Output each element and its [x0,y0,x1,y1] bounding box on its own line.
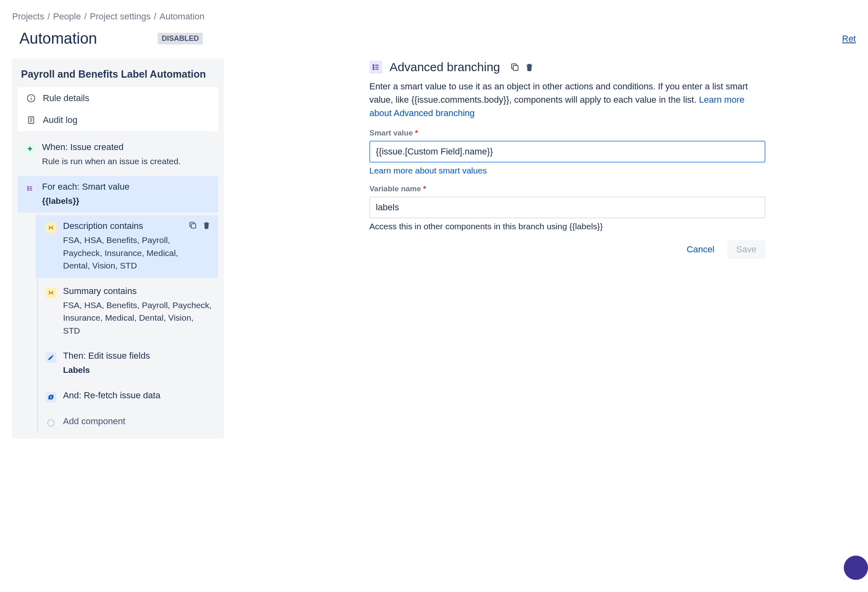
condition1-subtitle: FSA, HSA, Benefits, Payroll, Paycheck, I… [63,234,179,272]
svg-point-7 [27,186,28,187]
condition1-title: Description contains [63,221,179,231]
variable-name-label: Variable name * [369,184,765,193]
pencil-icon [46,352,56,363]
svg-point-14 [373,65,374,66]
save-button[interactable]: Save [727,240,765,259]
clipboard-icon [27,116,36,125]
rule-panel: Payroll and Benefits Label Automation Ru… [12,59,224,439]
condition-icon [46,288,56,298]
rule-details-label: Rule details [43,93,89,104]
action2-title: And: Re-fetch issue data [63,390,212,401]
breadcrumb: Projects / People / Project settings / A… [12,11,856,22]
svg-rect-13 [191,224,196,228]
detail-description: Enter a smart value to use it as an obje… [369,80,765,120]
variable-name-input[interactable] [369,197,765,218]
detail-title: Advanced branching [390,60,500,74]
smart-value-input[interactable] [369,141,765,163]
add-component-label: Add component [63,416,212,427]
rule-name: Payroll and Benefits Label Automation [12,59,224,87]
svg-point-11 [27,190,28,190]
info-icon [27,94,36,103]
svg-point-9 [27,188,28,189]
svg-point-2 [31,96,32,97]
breadcrumb-projects[interactable]: Projects [12,11,44,22]
list-icon [369,61,382,74]
breadcrumb-people[interactable]: People [53,11,81,22]
return-link[interactable]: Ret [842,34,856,44]
copy-icon[interactable] [188,221,197,230]
condition-description-node[interactable]: Description contains FSA, HSA, Benefits,… [36,215,218,278]
trash-icon[interactable] [525,62,534,72]
action1-title: Then: Edit issue fields [63,351,212,361]
svg-point-18 [373,69,374,70]
variable-name-help: Access this in other components in this … [369,222,765,231]
cancel-button[interactable]: Cancel [681,240,720,259]
learn-more-smart-values-link[interactable]: Learn more about smart values [369,166,487,175]
branch-node[interactable]: For each: Smart value {{labels}} [18,176,218,213]
breadcrumb-project-settings[interactable]: Project settings [90,11,150,22]
condition-summary-node[interactable]: Summary contains FSA, HSA, Benefits, Pay… [36,280,218,343]
refresh-icon [46,392,56,402]
add-component-node[interactable]: Add component [36,410,218,432]
list-icon [25,183,35,194]
condition2-title: Summary contains [63,286,212,296]
audit-log-label: Audit log [43,115,78,125]
condition-icon [46,222,56,233]
trigger-subtitle: Rule is run when an issue is created. [42,155,212,168]
rule-details-link[interactable]: Rule details [18,87,218,109]
action-refetch-node[interactable]: And: Re-fetch issue data [36,385,218,408]
page-title: Automation [19,30,97,47]
help-fab[interactable] [844,556,868,580]
detail-panel: Advanced branching Enter a smart value t… [369,59,765,259]
status-badge: DISABLED [158,33,203,44]
smart-value-label: Smart value * [369,129,765,137]
plus-icon: + [25,144,35,154]
copy-icon[interactable] [510,62,520,72]
audit-log-link[interactable]: Audit log [18,109,218,131]
action-edit-node[interactable]: Then: Edit issue fields Labels [36,345,218,382]
trigger-title: When: Issue created [42,142,212,152]
condition2-subtitle: FSA, HSA, Benefits, Payroll, Paycheck, I… [63,299,212,337]
svg-rect-20 [513,66,518,70]
breadcrumb-automation[interactable]: Automation [160,11,204,22]
branch-value: {{labels}} [42,195,212,207]
trigger-node[interactable]: + When: Issue created Rule is run when a… [18,136,218,173]
action1-subtitle: Labels [63,364,212,376]
trash-icon[interactable] [202,221,211,230]
svg-point-16 [373,67,374,68]
circle-icon [47,419,55,427]
branch-title: For each: Smart value [42,182,212,192]
